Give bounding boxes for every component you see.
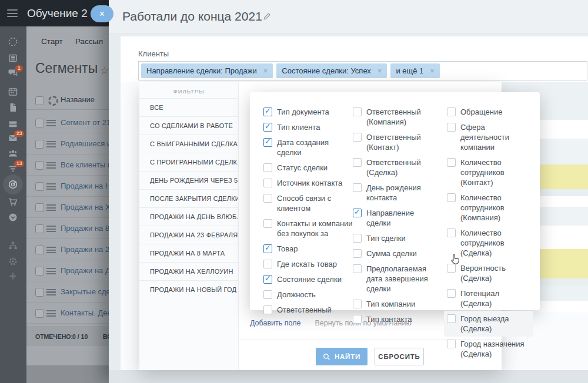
- row-checkbox[interactable]: [35, 182, 44, 191]
- checkbox[interactable]: [447, 123, 456, 132]
- drag-handle-icon[interactable]: [46, 141, 56, 147]
- drag-handle-icon[interactable]: [46, 268, 56, 274]
- checkbox[interactable]: [263, 290, 272, 299]
- checkbox[interactable]: [263, 163, 272, 172]
- close-slider-button[interactable]: ×: [91, 5, 113, 22]
- row-checkbox[interactable]: [35, 267, 44, 276]
- segment-row[interactable]: Продажи на 8 Ма: [26, 218, 109, 239]
- checkbox[interactable]: [263, 219, 272, 228]
- preset-item[interactable]: ПРОДАЖИ НА ДЕНЬ ВЛЮБ...: [139, 207, 238, 226]
- segment-name[interactable]: Контакты. День р: [61, 308, 109, 317]
- field-checkbox-item[interactable]: Ответственный (Компания): [353, 107, 433, 127]
- checkbox[interactable]: [263, 260, 272, 268]
- field-checkbox-item[interactable]: Направление сделки: [353, 208, 433, 228]
- checkbox[interactable]: [263, 107, 272, 116]
- segment-row[interactable]: Все клиенты и ли: [26, 154, 109, 176]
- chip-remove-icon[interactable]: ×: [430, 67, 435, 75]
- preset-item[interactable]: ПРОДАЖИ НА ХЕЛЛОУИН: [139, 262, 238, 280]
- segment-name[interactable]: Продажи на Хел: [61, 203, 109, 211]
- field-checkbox-item[interactable]: Контакты и компании без покупок за: [263, 219, 353, 238]
- drag-handle-icon[interactable]: [46, 226, 56, 232]
- drag-handle-icon[interactable]: [46, 162, 56, 169]
- checkbox[interactable]: [353, 234, 362, 243]
- row-checkbox[interactable]: [35, 140, 44, 149]
- segment-name[interactable]: Продажи на 23 Ф: [61, 245, 109, 254]
- calendar-icon[interactable]: [8, 86, 18, 97]
- filter-search-field[interactable]: Направление сделки: Продажи × Состояние …: [138, 61, 587, 80]
- field-checkbox-item[interactable]: Ответственный (Сделка): [353, 157, 433, 177]
- settings-gear-icon[interactable]: [48, 96, 58, 106]
- segment-row[interactable]: Закрытые сделки: [26, 281, 109, 303]
- preset-item[interactable]: ПРОДАЖИ НА 23 ФЕВРАЛЯ: [139, 226, 238, 244]
- checkbox[interactable]: [353, 315, 362, 324]
- field-checkbox-item[interactable]: Товар: [263, 244, 353, 254]
- segment-row[interactable]: Продажи на 23 Ф: [26, 239, 109, 260]
- segment-name[interactable]: Продажи на 8 Ма: [61, 224, 109, 233]
- drag-handle-icon[interactable]: [46, 310, 56, 317]
- segment-row[interactable]: Продажи на Нов: [26, 176, 109, 197]
- preset-item[interactable]: СО СДЕЛКАМИ В РАБОТЕ: [139, 116, 238, 135]
- segment-row[interactable]: Продажи на Хел: [26, 197, 109, 218]
- checkbox[interactable]: [447, 314, 456, 323]
- checkbox[interactable]: [447, 193, 456, 202]
- news-icon[interactable]: [8, 53, 18, 63]
- preset-item[interactable]: ПОСЛЕ ЗАКРЫТИЯ СДЕЛКИ: [139, 189, 238, 207]
- checkbox[interactable]: [353, 300, 362, 308]
- field-checkbox-item[interactable]: Предполагаемая дата завершения сделки: [353, 264, 433, 294]
- drive-icon[interactable]: [8, 119, 18, 129]
- menu-hamburger-icon[interactable]: [7, 9, 18, 17]
- field-checkbox-item[interactable]: Ответственный: [263, 305, 353, 315]
- checkbox[interactable]: [353, 107, 362, 116]
- gear-icon[interactable]: [8, 256, 18, 267]
- find-button[interactable]: НАЙТИ: [316, 348, 368, 365]
- segment-name[interactable]: Продажи на Нов: [61, 182, 109, 190]
- segment-name[interactable]: Сегмент от 21 ию: [61, 118, 109, 127]
- drag-handle-icon[interactable]: [46, 247, 56, 253]
- filter-chip[interactable]: Направление сделки: Продажи ×: [141, 63, 273, 78]
- tab-mailings[interactable]: Рассыл: [75, 37, 103, 46]
- row-checkbox[interactable]: [35, 288, 44, 297]
- edit-pencil-icon[interactable]: [263, 12, 271, 23]
- segment-row[interactable]: Контакты. День р: [26, 303, 109, 324]
- preset-item[interactable]: С ПРОИГРАННЫМИ СДЕЛК...: [139, 153, 238, 171]
- filter-chip[interactable]: Состояние сделки: Успех ×: [276, 63, 387, 78]
- field-checkbox-item[interactable]: Где искать товар: [263, 259, 353, 269]
- drag-handle-icon[interactable]: [46, 204, 56, 211]
- target-icon[interactable]: [8, 179, 18, 190]
- sitemap-icon[interactable]: [8, 240, 18, 251]
- checkbox[interactable]: [447, 289, 456, 298]
- segment-name[interactable]: Закрытые сделки: [61, 287, 109, 296]
- row-checkbox[interactable]: [35, 161, 44, 170]
- field-checkbox-item[interactable]: Источник контакта: [263, 178, 353, 188]
- checkbox[interactable]: [447, 229, 456, 237]
- field-checkbox-item[interactable]: Дата создания сделки: [263, 137, 353, 157]
- segment-row[interactable]: Сегмент от 21 ию: [26, 112, 109, 133]
- segment-name[interactable]: Продажи на Ден: [61, 266, 109, 275]
- checkbox[interactable]: [263, 194, 272, 203]
- reset-button[interactable]: СБРОСИТЬ: [375, 348, 424, 365]
- field-checkbox-item[interactable]: Город выезда (Сделка): [447, 314, 530, 334]
- row-checkbox[interactable]: [35, 246, 44, 254]
- chip-remove-icon[interactable]: ×: [377, 67, 382, 75]
- checkbox[interactable]: [263, 305, 272, 314]
- field-checkbox-item[interactable]: Состояние сделки: [263, 274, 353, 284]
- preset-item[interactable]: ПРОДАЖИ НА НОВЫЙ ГОД: [139, 280, 238, 298]
- drag-handle-icon[interactable]: [46, 289, 56, 295]
- segment-name[interactable]: Родившиеся ию л: [61, 139, 109, 148]
- checkbox[interactable]: [447, 107, 456, 116]
- tab-start[interactable]: Старт: [41, 37, 63, 46]
- checkbox[interactable]: [353, 158, 362, 167]
- segment-name[interactable]: Все клиенты и ли: [61, 160, 109, 169]
- select-all-checkbox[interactable]: [35, 96, 44, 105]
- checkbox[interactable]: [263, 179, 272, 187]
- pulse-icon[interactable]: [8, 36, 18, 47]
- field-checkbox-item[interactable]: Тип контакта: [353, 314, 433, 324]
- checkbox[interactable]: [353, 209, 362, 217]
- field-checkbox-item[interactable]: Способ связи с клиентом: [263, 193, 353, 213]
- drag-handle-icon[interactable]: [46, 120, 56, 126]
- preset-item[interactable]: ПРОДАЖИ НА 8 МАРТА: [139, 244, 238, 262]
- preset-item[interactable]: С ВЫИГРАННЫМИ СДЕЛКА...: [139, 135, 238, 153]
- field-checkbox-item[interactable]: Количество сотрудников (Компания): [447, 193, 530, 223]
- field-checkbox-item[interactable]: Обращение: [447, 107, 530, 117]
- field-checkbox-item[interactable]: Ответственный (Контакт): [353, 132, 433, 152]
